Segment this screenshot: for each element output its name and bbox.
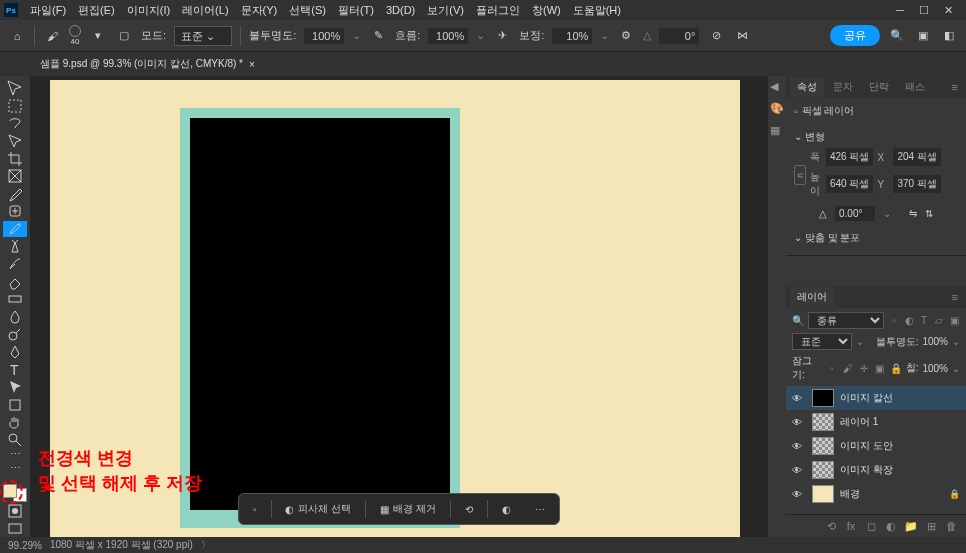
minimize-button[interactable]: ─ bbox=[894, 4, 906, 16]
share-button[interactable]: 공유 bbox=[830, 25, 880, 46]
filter-smart-icon[interactable]: ▣ bbox=[948, 315, 960, 327]
blend-mode-select[interactable]: 표준 bbox=[792, 333, 852, 350]
paragraph-tab[interactable]: 단락 bbox=[862, 77, 896, 97]
document-tab[interactable]: 샘플 9.psd @ 99.3% (이미지 칼선, CMYK/8) * × bbox=[30, 53, 265, 75]
adjustment-icon[interactable]: ◐ bbox=[492, 500, 521, 519]
menu-image[interactable]: 이미지(I) bbox=[121, 1, 176, 20]
gradient-tool[interactable] bbox=[3, 291, 27, 308]
layer-style-icon[interactable]: fx bbox=[844, 519, 858, 533]
screen-mode-tool[interactable] bbox=[3, 520, 27, 537]
layer-row[interactable]: 👁 이미지 칼선 bbox=[786, 386, 966, 410]
zoom-level[interactable]: 99.29% bbox=[8, 540, 42, 551]
pressure-opacity-icon[interactable]: ✎ bbox=[369, 27, 387, 45]
brush-preset-icon[interactable]: ▾ bbox=[89, 27, 107, 45]
brush-size-value[interactable]: 40 bbox=[71, 37, 80, 46]
layer-row[interactable]: 👁 레이어 1 bbox=[786, 410, 966, 434]
panel-menu-icon[interactable]: ≡ bbox=[948, 81, 962, 93]
home-icon[interactable]: ⌂ bbox=[8, 27, 26, 45]
align-section[interactable]: 맞춤 및 분포 bbox=[794, 227, 958, 249]
layer-name[interactable]: 레이어 1 bbox=[840, 415, 960, 429]
layer-visibility-icon[interactable]: 👁 bbox=[792, 393, 806, 404]
transform-section[interactable]: 변형 bbox=[794, 126, 958, 148]
eraser-tool[interactable] bbox=[3, 273, 27, 290]
layer-name[interactable]: 이미지 칼선 bbox=[840, 391, 960, 405]
layer-visibility-icon[interactable]: 👁 bbox=[792, 417, 806, 428]
menu-help[interactable]: 도움말(H) bbox=[567, 1, 627, 20]
mode-select[interactable]: 표준 ⌄ bbox=[174, 26, 232, 46]
lock-transparent-icon[interactable]: ▫ bbox=[826, 362, 838, 374]
delete-layer-icon[interactable]: 🗑 bbox=[944, 519, 958, 533]
move-tool[interactable] bbox=[3, 80, 27, 97]
opacity-value[interactable]: 100% bbox=[304, 28, 344, 44]
layer-name[interactable]: 이미지 확장 bbox=[840, 463, 960, 477]
layers-menu-icon[interactable]: ≡ bbox=[948, 291, 962, 303]
menu-window[interactable]: 창(W) bbox=[526, 1, 567, 20]
layers-tab[interactable]: 레이어 bbox=[790, 287, 834, 307]
layer-name[interactable]: 배경 bbox=[840, 487, 943, 501]
layer-name[interactable]: 이미지 도안 bbox=[840, 439, 960, 453]
flow-value[interactable]: 100% bbox=[428, 28, 468, 44]
frame-object[interactable] bbox=[180, 108, 460, 528]
quick-select-tool[interactable] bbox=[3, 133, 27, 150]
new-layer-icon[interactable]: ⊞ bbox=[924, 519, 938, 533]
clone-tool[interactable] bbox=[3, 238, 27, 255]
width-value[interactable]: 426 픽셀 bbox=[826, 148, 873, 166]
maximize-button[interactable]: ☐ bbox=[918, 4, 930, 16]
filter-shape-icon[interactable]: ▱ bbox=[933, 315, 945, 327]
layer-thumbnail[interactable] bbox=[812, 485, 834, 503]
close-button[interactable]: ✕ bbox=[942, 4, 954, 16]
menu-file[interactable]: 파일(F) bbox=[24, 1, 72, 20]
select-subject-button[interactable]: ◐ 피사체 선택 bbox=[275, 498, 361, 520]
menu-type[interactable]: 문자(Y) bbox=[235, 1, 284, 20]
layer-filter-select[interactable]: 종류 bbox=[808, 312, 884, 329]
brush-tool-icon[interactable]: 🖌 bbox=[43, 27, 61, 45]
character-tab[interactable]: 문자 bbox=[826, 77, 860, 97]
layer-thumbnail[interactable] bbox=[812, 389, 834, 407]
y-value[interactable]: 370 픽셀 bbox=[893, 175, 940, 193]
color-swatches[interactable] bbox=[3, 484, 27, 502]
lock-position-icon[interactable]: ✛ bbox=[858, 362, 870, 374]
height-value[interactable]: 640 픽셀 bbox=[826, 175, 873, 193]
fill-value[interactable]: 100% bbox=[922, 363, 948, 374]
adjustment-layer-icon[interactable]: ◐ bbox=[884, 519, 898, 533]
lasso-tool[interactable] bbox=[3, 115, 27, 132]
canvas-area[interactable]: 전경색 변경 및 선택 해제 후 저장 ▫ ◐ 피사체 선택 ▦ 배경 제거 ⟲… bbox=[30, 76, 768, 537]
remove-background-button[interactable]: ▦ 배경 제거 bbox=[370, 498, 446, 520]
flip-v-icon[interactable]: ⇅ bbox=[925, 208, 933, 219]
search-icon[interactable]: 🔍 bbox=[888, 27, 906, 45]
menu-3d[interactable]: 3D(D) bbox=[380, 2, 421, 18]
layer-visibility-icon[interactable]: 👁 bbox=[792, 489, 806, 500]
workspace-icon[interactable]: ▣ bbox=[914, 27, 932, 45]
status-info-arrow[interactable]: 〉 bbox=[201, 538, 211, 552]
layer-thumbnail[interactable] bbox=[812, 413, 834, 431]
smoothing-value[interactable]: 10% bbox=[552, 28, 592, 44]
layer-mask-icon[interactable]: ◻ bbox=[864, 519, 878, 533]
type-tool[interactable]: T bbox=[3, 361, 27, 378]
crop-tool[interactable] bbox=[3, 150, 27, 167]
menu-filter[interactable]: 필터(T) bbox=[332, 1, 380, 20]
color-panel-icon[interactable]: 🎨 bbox=[770, 102, 784, 116]
path-select-tool[interactable] bbox=[3, 379, 27, 396]
collapse-dock-icon[interactable]: ◀ bbox=[770, 80, 784, 94]
paths-tab[interactable]: 패스 bbox=[898, 77, 932, 97]
hand-tool[interactable] bbox=[3, 414, 27, 431]
filter-adjust-icon[interactable]: ◐ bbox=[903, 315, 915, 327]
ctx-thumb-icon[interactable]: ▫ bbox=[243, 500, 267, 519]
eyedropper-tool[interactable] bbox=[3, 185, 27, 202]
layer-visibility-icon[interactable]: 👁 bbox=[792, 465, 806, 476]
swatches-panel-icon[interactable]: ▦ bbox=[770, 124, 784, 138]
lock-artboard-icon[interactable]: ▣ bbox=[874, 362, 886, 374]
menu-view[interactable]: 보기(V) bbox=[421, 1, 470, 20]
pen-tool[interactable] bbox=[3, 344, 27, 361]
menu-plugins[interactable]: 플러그인 bbox=[470, 1, 526, 20]
dodge-tool[interactable] bbox=[3, 326, 27, 343]
properties-tab[interactable]: 속성 bbox=[790, 77, 824, 97]
tab-close-icon[interactable]: × bbox=[249, 59, 255, 70]
x-value[interactable]: 204 픽셀 bbox=[893, 148, 940, 166]
zoom-tool[interactable] bbox=[3, 432, 27, 449]
shape-tool[interactable] bbox=[3, 396, 27, 413]
angle-value[interactable]: 0° bbox=[659, 28, 699, 44]
lock-all-icon[interactable]: 🔒 bbox=[890, 362, 902, 374]
smoothing-options-icon[interactable]: ⚙ bbox=[617, 27, 635, 45]
menu-edit[interactable]: 편집(E) bbox=[72, 1, 121, 20]
